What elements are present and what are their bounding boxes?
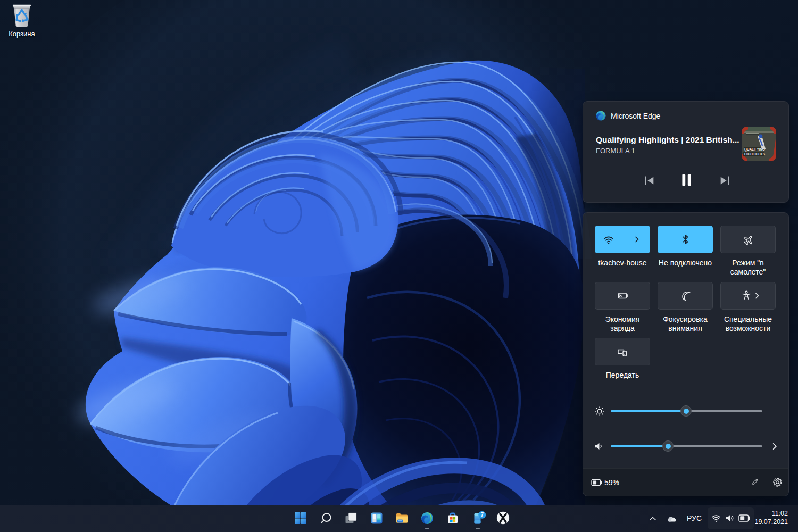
svg-text:HIGHLIGHTS: HIGHLIGHTS	[744, 152, 765, 156]
svg-text:7: 7	[480, 512, 484, 518]
svg-text:QUALIFYING: QUALIFYING	[744, 147, 765, 152]
